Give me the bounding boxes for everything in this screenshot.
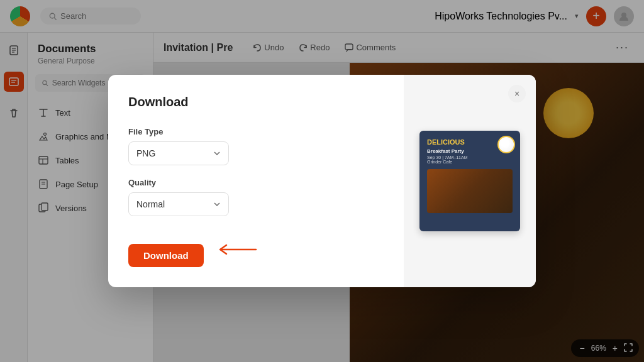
preview-food-image	[427, 169, 513, 213]
preview-card-content: DELICIOUS Breakfast Party Sep 30 | 7AM–1…	[419, 131, 520, 231]
modal-form: Download × File Type PNG JPG PDF SVG Qua…	[108, 75, 404, 287]
modal-close-button[interactable]: ×	[508, 85, 526, 102]
arrow-annotation	[209, 240, 259, 259]
file-type-select[interactable]: PNG JPG PDF SVG	[128, 141, 229, 165]
modal-title: Download	[128, 95, 384, 109]
preview-egg-decoration	[497, 136, 515, 153]
quality-group: Quality Low Normal High	[128, 178, 384, 216]
file-type-group: File Type PNG JPG PDF SVG	[128, 127, 384, 165]
file-type-label: File Type	[128, 127, 384, 136]
download-button[interactable]: Download	[128, 244, 204, 267]
quality-label: Quality	[128, 178, 384, 187]
preview-card: DELICIOUS Breakfast Party Sep 30 | 7AM–1…	[419, 131, 520, 231]
modal-preview: DELICIOUS Breakfast Party Sep 30 | 7AM–1…	[404, 75, 536, 287]
download-modal: Download × File Type PNG JPG PDF SVG Qua…	[108, 75, 536, 287]
quality-select[interactable]: Low Normal High	[128, 192, 229, 216]
preview-info: Sep 30 | 7AM–11AM Grinder Cafe	[427, 155, 513, 164]
modal-overlay[interactable]: Download × File Type PNG JPG PDF SVG Qua…	[0, 0, 644, 362]
